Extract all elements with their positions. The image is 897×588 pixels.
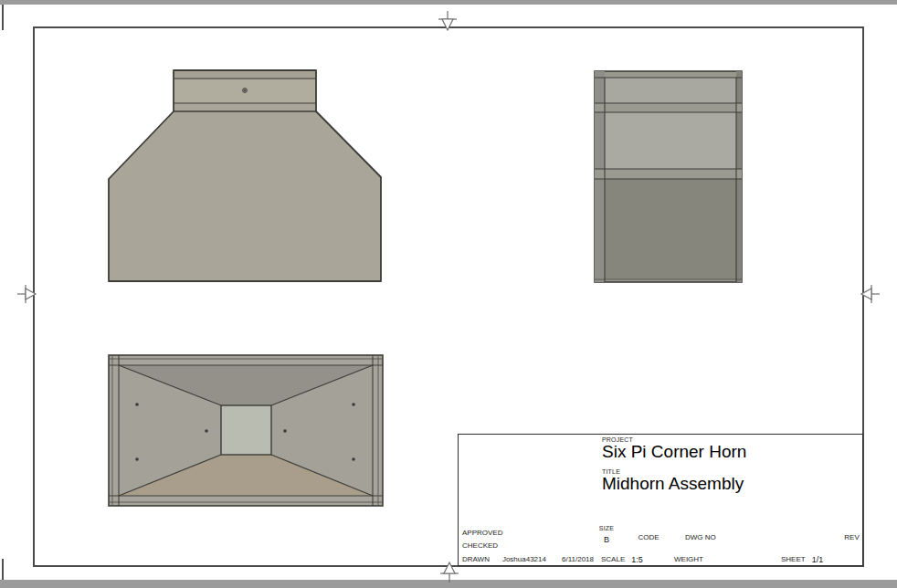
title-block-empty-cell bbox=[459, 435, 597, 525]
scale-value: 1:5 bbox=[631, 555, 643, 564]
drawn-by: Joshua43214 bbox=[502, 555, 546, 563]
size-cell: SIZE B bbox=[597, 525, 616, 551]
center-mark-left-arrow-icon bbox=[17, 285, 37, 303]
rev-label: REV bbox=[844, 533, 859, 541]
approved-label: APPROVED bbox=[462, 529, 502, 537]
weight-cell: WEIGHT bbox=[670, 551, 777, 567]
side-view[interactable] bbox=[594, 70, 743, 283]
checked-label: CHECKED bbox=[462, 541, 498, 550]
drawing-sheet-page: PROJECT Six Pi Corner Horn TITLE Midhorn… bbox=[0, 0, 897, 588]
approved-cell: APPROVED bbox=[459, 525, 597, 540]
rev-cell: REV bbox=[839, 525, 864, 551]
checked-cell: CHECKED bbox=[459, 540, 597, 551]
drawn-label: DRAWN bbox=[462, 555, 490, 563]
code-label: CODE bbox=[638, 533, 659, 541]
size-label: SIZE bbox=[597, 525, 616, 531]
center-mark-top-arrow-icon bbox=[438, 11, 457, 33]
drawn-date: 6/11/2018 bbox=[562, 555, 594, 563]
drawn-cell: DRAWN Joshua43214 6/11/2018 bbox=[459, 551, 597, 567]
title-value: Midhorn Assembly bbox=[602, 475, 864, 493]
dwg-no-cell: DWG NO bbox=[681, 525, 839, 551]
center-mark-bottom-arrow-icon bbox=[440, 558, 459, 583]
project-value: Six Pi Corner Horn bbox=[602, 443, 864, 461]
project-cell: PROJECT Six Pi Corner Horn bbox=[597, 435, 864, 467]
horn-throat bbox=[221, 405, 271, 455]
mounting-hole bbox=[243, 89, 248, 93]
size-value: B bbox=[597, 535, 616, 544]
paper-left-edge bbox=[2, 559, 4, 580]
page-top-margin bbox=[0, 0, 897, 5]
mouth-view[interactable] bbox=[108, 354, 384, 507]
scale-cell: SCALE 1:5 bbox=[597, 551, 670, 567]
dwg-no-label: DWG NO bbox=[685, 533, 716, 541]
code-cell: CODE bbox=[616, 525, 681, 551]
sheet-cell: SHEET 1/1 bbox=[777, 551, 864, 567]
title-cell: TITLE Midhorn Assembly bbox=[597, 467, 864, 525]
center-mark-right-arrow-icon bbox=[860, 285, 880, 303]
scale-label: SCALE bbox=[601, 555, 625, 563]
title-block: PROJECT Six Pi Corner Horn TITLE Midhorn… bbox=[458, 434, 863, 566]
front-view[interactable] bbox=[108, 69, 382, 283]
weight-label: WEIGHT bbox=[674, 555, 703, 563]
sheet-value: 1/1 bbox=[812, 555, 824, 564]
sheet-label: SHEET bbox=[781, 555, 806, 563]
paper-left-edge bbox=[2, 5, 4, 30]
